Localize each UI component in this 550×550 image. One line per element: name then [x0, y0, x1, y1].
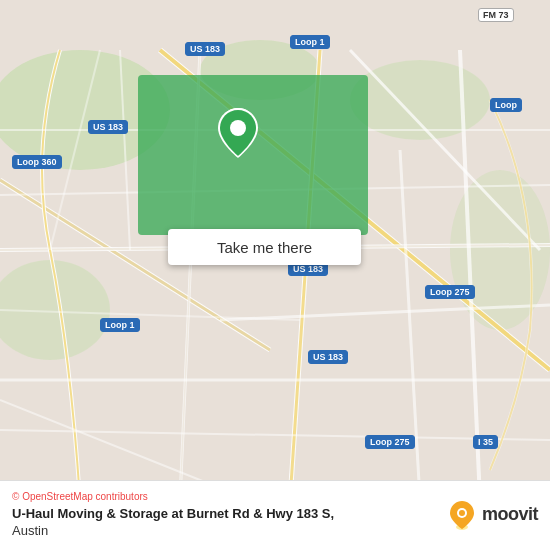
road-label-us183-top: US 183 [185, 42, 225, 56]
bottom-info-panel: © OpenStreetMap contributors U-Haul Movi… [0, 480, 550, 550]
svg-point-32 [459, 510, 465, 516]
moovit-logo: moovit [446, 499, 538, 531]
osm-text: OpenStreetMap contributors [22, 491, 148, 502]
road-label-loop360: Loop 360 [12, 155, 62, 169]
road-label-us183-left: US 183 [88, 120, 128, 134]
osm-attribution: © OpenStreetMap contributors [12, 491, 446, 502]
svg-point-29 [230, 120, 246, 136]
take-me-there-button[interactable]: Take me there [168, 229, 361, 265]
location-pin [218, 108, 258, 148]
copyright-symbol: © [12, 491, 19, 502]
location-info: © OpenStreetMap contributors U-Haul Movi… [12, 491, 446, 538]
location-name: U-Haul Moving & Storage at Burnet Rd & H… [12, 506, 446, 523]
road-label-us183-btm: US 183 [308, 350, 348, 364]
road-label-loop1-top: Loop 1 [290, 35, 330, 49]
road-label-loop-right: Loop [490, 98, 522, 112]
road-label-loop275-btm: Loop 275 [365, 435, 415, 449]
road-label-i35: I 35 [473, 435, 498, 449]
road-label-fm73: FM 73 [478, 8, 514, 22]
moovit-icon [446, 499, 478, 531]
location-city: Austin [12, 523, 446, 538]
moovit-brand-text: moovit [482, 504, 538, 525]
road-label-loop275-right: Loop 275 [425, 285, 475, 299]
map-container: FM 73 US 183 Loop 1 US 183 Loop 360 Loop… [0, 0, 550, 550]
road-label-loop1-btm: Loop 1 [100, 318, 140, 332]
